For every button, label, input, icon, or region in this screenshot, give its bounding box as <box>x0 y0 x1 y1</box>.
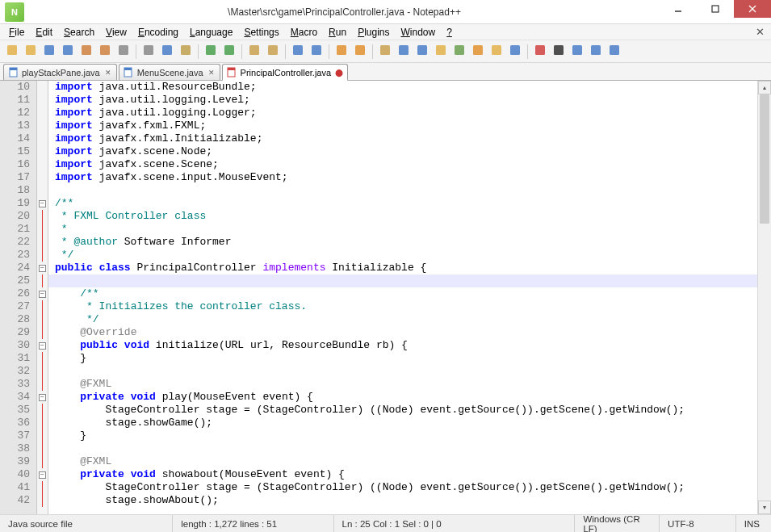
code-line[interactable] <box>48 365 757 378</box>
doc-map-button[interactable] <box>450 43 468 61</box>
menu-search[interactable]: Search <box>58 25 100 40</box>
status-insert-mode[interactable]: INS <box>736 515 771 532</box>
code-line[interactable]: import java.util.logging.Logger; <box>48 107 757 119</box>
undo-button[interactable] <box>202 43 220 61</box>
code-line[interactable]: */ <box>48 249 757 262</box>
doc-close-icon[interactable]: ✕ <box>756 26 765 38</box>
tab-close-icon[interactable]: ✕ <box>207 68 216 77</box>
cut-button[interactable] <box>140 43 157 61</box>
code-line[interactable]: StageController stage = (StageController… <box>48 404 757 417</box>
save-macro-button[interactable] <box>605 43 623 61</box>
code-line[interactable]: import javafx.fxml.FXML; <box>48 119 757 132</box>
menu-help[interactable]: ? <box>441 25 458 40</box>
redo-button[interactable] <box>220 43 238 61</box>
code-line[interactable]: stage.showAbout(); <box>48 494 757 507</box>
find-button[interactable] <box>245 43 263 61</box>
record-macro-button[interactable] <box>531 43 549 61</box>
status-encoding[interactable]: UTF-8 <box>660 515 736 532</box>
code-line[interactable]: import java.util.ResourceBundle; <box>48 81 757 94</box>
code-line[interactable]: import javafx.fxml.Initializable; <box>48 132 757 145</box>
code-line[interactable]: } <box>48 352 757 365</box>
folder-workspace-button[interactable] <box>488 43 505 61</box>
play-macro-button[interactable] <box>568 43 586 61</box>
scroll-down-icon[interactable]: ▾ <box>758 501 771 514</box>
code-line[interactable]: @FXML <box>48 455 757 468</box>
code-line[interactable]: */ <box>48 313 757 326</box>
status-eol[interactable]: Windows (CR LF) <box>575 515 660 532</box>
zoom-in-button[interactable] <box>289 43 307 61</box>
replace-button[interactable] <box>264 43 282 61</box>
tab-2[interactable]: PrincipalController.java⬤ <box>222 64 349 81</box>
code-line[interactable]: } <box>48 429 757 442</box>
code-line[interactable]: public void initialize(URL url, Resource… <box>48 339 757 352</box>
func-list-icon <box>471 44 484 59</box>
folder-view-button[interactable] <box>432 43 450 61</box>
code-line[interactable]: public class PrincipalController impleme… <box>48 262 757 274</box>
show-all-chars-button[interactable] <box>395 43 413 61</box>
code-line[interactable]: /** <box>48 197 757 210</box>
close-all-button[interactable] <box>96 43 114 61</box>
code-line[interactable]: private void play(MouseEvent event) { <box>48 391 757 404</box>
menu-file[interactable]: File <box>3 25 30 40</box>
menu-edit[interactable]: Edit <box>30 25 58 40</box>
word-wrap-button[interactable] <box>376 43 394 61</box>
code-line[interactable]: @FXML <box>48 378 757 391</box>
code-line[interactable]: @Override <box>48 326 757 339</box>
indent-guide-button[interactable] <box>413 43 431 61</box>
open-file-button[interactable] <box>22 43 40 61</box>
menu-macro[interactable]: Macro <box>285 25 323 40</box>
code-line[interactable] <box>48 274 757 287</box>
paste-button[interactable] <box>177 43 195 61</box>
code-area[interactable]: import java.util.ResourceBundle;import j… <box>48 81 757 514</box>
fold-column[interactable]: −−−−−− <box>37 81 48 514</box>
maximize-button[interactable] <box>697 0 734 18</box>
close-button[interactable] <box>734 0 771 18</box>
code-line[interactable]: import java.util.logging.Level; <box>48 94 757 107</box>
menu-settings[interactable]: Settings <box>238 25 284 40</box>
sync-v-button[interactable] <box>333 43 350 61</box>
save-all-button[interactable] <box>59 43 77 61</box>
monitoring-button[interactable] <box>506 43 524 61</box>
menu-run[interactable]: Run <box>323 25 352 40</box>
code-line[interactable] <box>48 442 757 455</box>
minimize-button[interactable] <box>660 0 697 18</box>
folder-view-icon <box>434 44 447 59</box>
paste-icon <box>179 44 192 59</box>
code-line[interactable]: private void showabout(MouseEvent event)… <box>48 468 757 481</box>
close-button[interactable] <box>78 43 95 61</box>
copy-button[interactable] <box>158 43 176 61</box>
tab-close-icon[interactable]: ✕ <box>103 68 113 77</box>
code-line[interactable]: /** <box>48 287 757 300</box>
code-line[interactable] <box>48 184 757 197</box>
func-list-button[interactable] <box>469 43 487 61</box>
svg-rect-1 <box>712 6 719 12</box>
zoom-out-button[interactable] <box>308 43 325 61</box>
tab-close-icon[interactable]: ⬤ <box>334 68 344 77</box>
code-line[interactable]: import javafx.scene.input.MouseEvent; <box>48 171 757 184</box>
scroll-up-icon[interactable]: ▴ <box>758 81 771 94</box>
save-button[interactable] <box>40 43 58 61</box>
code-line[interactable]: * @author Software Informer <box>48 236 757 249</box>
menu-encoding[interactable]: Encoding <box>132 25 184 40</box>
menu-plugins[interactable]: Plugins <box>352 25 395 40</box>
code-line[interactable]: StageController stage = (StageController… <box>48 481 757 494</box>
code-line[interactable]: stage.showGame(); <box>48 417 757 429</box>
menu-view[interactable]: View <box>100 25 132 40</box>
play-multiple-button[interactable] <box>587 43 605 61</box>
tab-0[interactable]: playStackPane.java✕ <box>3 64 117 80</box>
new-file-button[interactable] <box>3 43 21 61</box>
code-line[interactable]: * <box>48 223 757 236</box>
vertical-scrollbar[interactable]: ▴ ▾ <box>757 81 771 514</box>
tab-1[interactable]: MenuScene.java✕ <box>119 64 220 80</box>
menu-window[interactable]: Window <box>396 25 442 40</box>
print-button[interactable] <box>115 43 132 61</box>
play-macro-icon <box>571 44 584 59</box>
menu-language[interactable]: Language <box>184 25 238 40</box>
code-line[interactable]: * Initializes the controller class. <box>48 300 757 313</box>
code-line[interactable]: * FXML Controller class <box>48 210 757 223</box>
stop-macro-button[interactable] <box>550 43 568 61</box>
code-line[interactable]: import javafx.scene.Node; <box>48 145 757 158</box>
sync-h-button[interactable] <box>351 43 369 61</box>
scroll-thumb[interactable] <box>760 94 769 224</box>
code-line[interactable]: import javafx.scene.Scene; <box>48 158 757 171</box>
